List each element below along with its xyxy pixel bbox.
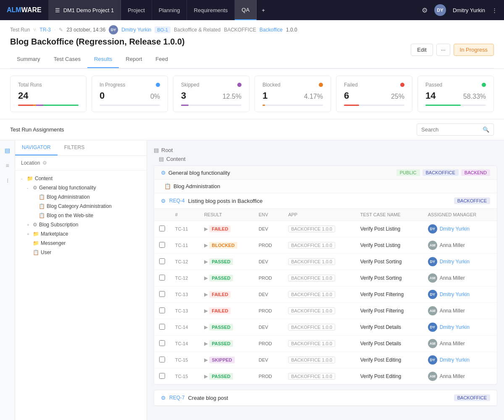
assignee-name[interactable]: Dmitry Yurkin [440,357,470,363]
play-button[interactable]: ▶ [204,357,208,363]
test-case-name: Verify Post Editing [360,357,401,363]
row-checkbox[interactable] [159,242,165,248]
tree-item-blog-category[interactable]: 📋 Blog Category Administration [15,202,147,211]
play-button[interactable]: ▶ [204,291,208,297]
nav-project[interactable]: ☰ DM1 Demo Project 1 [48,0,121,20]
tab-report[interactable]: Report [119,51,149,68]
more-button[interactable]: ··· [436,44,450,56]
assignee-name[interactable]: Dmitry Yurkin [440,324,470,330]
col-app: APP [283,209,355,221]
assignee-name: Anna Miller [440,373,465,379]
tree-item-marketplace[interactable]: + 📁 Marketplace [15,229,147,239]
run-assignee-avatar: DY [109,25,118,34]
tree-item-general-blog[interactable]: - ⚙ General blog functionality [15,183,147,192]
status-button[interactable]: In Progress [454,44,494,56]
play-button[interactable]: ▶ [204,308,208,314]
tree-item-blog-subscription[interactable]: + ⚙ Blog Subscription [15,220,147,229]
blog-admin-header: 📋 Blog Administration [154,180,497,193]
play-button[interactable]: ▶ [204,275,208,281]
search-icon: 🔍 [483,126,489,133]
col-test-case-name: TEST CASE NAME [355,209,423,221]
col-assigned-manager: ASSIGNED MANAGER [423,209,497,221]
stat-passed-label: Passed [425,82,486,88]
row-checkbox[interactable] [159,226,165,231]
row-checkbox[interactable] [159,373,165,379]
tab-feed[interactable]: Feed [149,51,175,68]
tag-backoffice-section: BACKOFFICE [423,169,459,176]
env-badge: DEV [259,325,268,330]
row-checkbox[interactable] [159,324,165,330]
blocked-bar [262,105,323,106]
nav-item-project[interactable]: Project [121,0,152,20]
location-gear-icon[interactable]: ⚙ [42,160,47,166]
stat-skipped-values: 3 12.5% [181,90,242,101]
row-checkbox[interactable] [159,307,165,313]
stat-blocked-values: 1 4.17% [262,90,323,101]
sidebar-tab-navigator[interactable]: NAVIGATOR [15,140,58,155]
row-checkbox[interactable] [159,275,165,281]
req-icon-general: ⚙ [33,185,37,191]
search-input[interactable] [421,126,480,133]
filter-icon[interactable]: ▤ [3,145,12,155]
req4-tag: BACKOFFICE [454,197,490,204]
play-button[interactable]: ▶ [204,324,208,330]
tc-id: TC-14 [175,341,188,346]
row-checkbox[interactable] [159,357,165,362]
nav-label-project: Project [128,7,144,13]
nav-add-button[interactable]: + [257,0,270,20]
app-badge: BACKOFFICE 1.0.0 [288,307,335,314]
tab-results[interactable]: Results [87,51,119,68]
run-link[interactable]: Backoffice [260,27,283,33]
general-blog-title: ⚙ General blog functionality [161,170,230,176]
stat-passed: Passed 14 58.33% [417,76,494,112]
tree-label-content: Content [35,176,141,181]
table-row: TC-13 ▶ FAILED DEV BACKOFFICE 1.0.0 Veri… [154,286,497,303]
location-label: Location [21,160,40,166]
req7-id: REQ-7 [169,395,185,401]
tab-test-cases[interactable]: Test Cases [47,51,87,68]
sidebar-tab-filters[interactable]: FILTERS [58,140,91,155]
play-button[interactable]: ▶ [204,341,208,346]
assignee-avatar: DY [428,355,437,365]
play-button[interactable]: ▶ [204,226,208,232]
stats-row: Total Runs 24 In Progress 0 0% Skipped 3… [0,69,504,119]
assignee-name[interactable]: Dmitry Yurkin [440,226,470,232]
edit-button[interactable]: Edit [411,44,433,56]
result-badge: PASSED [209,340,233,347]
nav-more-icon[interactable]: ⋮ [492,7,497,13]
req7-name: Create blog post [188,395,228,401]
tree-item-content[interactable]: - 📁 Content [15,174,147,183]
assignee-name[interactable]: Dmitry Yurkin [440,291,470,297]
play-button[interactable]: ▶ [204,242,208,248]
app-badge: BACKOFFICE 1.0.0 [288,275,335,281]
skipped-bar [181,105,242,106]
settings-icon[interactable]: ⚙ [422,6,428,14]
play-button[interactable]: ▶ [204,373,208,379]
hamburger-icon: ☰ [55,7,60,13]
assignee-name[interactable]: Dmitry Yurkin [440,259,470,265]
run-assignee[interactable]: Dmitry Yurkin [121,27,151,33]
tab-summary[interactable]: Summary [10,51,47,68]
play-button[interactable]: ▶ [204,259,208,265]
tree-item-messenger[interactable]: 📁 Messenger [15,239,147,248]
row-checkbox[interactable] [159,291,165,297]
row-checkbox[interactable] [159,340,165,346]
app-badge: BACKOFFICE 1.0.0 [288,291,335,298]
result-badge: FAILED [209,226,231,232]
tree-item-blog-admin[interactable]: 📋 Blog Administration [15,192,147,202]
list-icon[interactable]: ≡ [4,160,10,171]
sidebar-main: NAVIGATOR FILTERS Location ⚙ - 📁 Content… [15,140,147,420]
row-checkbox[interactable] [159,258,165,264]
stat-in-progress-values: 0 0% [100,90,160,101]
nav-item-planning[interactable]: Planning [152,0,187,20]
bullet-icon[interactable]: ⁞ [5,176,10,186]
tree-item-blog-web[interactable]: 📋 Blog on the Web-site [15,211,147,220]
assignee-cell: DY Dmitry Yurkin [428,290,492,299]
root-icon: ▤ [154,147,159,153]
edit-icon: ✎ [59,27,63,33]
tag-backend: BACKEND [461,169,490,176]
nav-item-requirements[interactable]: Requirements [187,0,235,20]
tree-item-user[interactable]: 📋 User [15,248,147,257]
tree-label-user: User [41,249,141,255]
nav-item-qa[interactable]: QA [235,0,257,20]
